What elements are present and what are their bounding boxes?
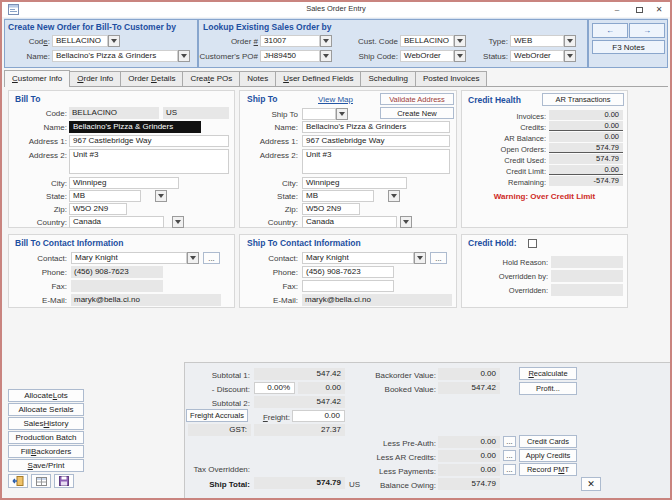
discount-pct-input[interactable]: 0.00% xyxy=(254,382,295,394)
ship-contact-more-button[interactable]: ... xyxy=(430,252,447,264)
f3-notes-button[interactable]: F3 Notes xyxy=(592,40,665,54)
apply-credits-button[interactable]: Apply Credits xyxy=(519,449,577,462)
credit-limit-value: 0.00 xyxy=(549,165,623,175)
type-input[interactable]: WEB xyxy=(510,35,564,47)
ar-credits-more-button[interactable]: ... xyxy=(503,450,516,461)
ship-state-dropdown-icon[interactable] xyxy=(388,190,400,202)
ship-addr2-input[interactable]: Unit #3 xyxy=(302,149,450,174)
ship-to-select-input[interactable] xyxy=(302,108,336,120)
customer-po-input[interactable]: JH89450 xyxy=(260,50,320,62)
ship-addr2-label: Address 2: xyxy=(242,150,298,161)
ship-name-input[interactable]: Bellacino's Pizza & Grinders xyxy=(302,121,450,133)
create-name-input[interactable]: Bellacino's Pizza & Grinders xyxy=(52,50,178,62)
order-number-dropdown-icon[interactable] xyxy=(320,35,332,47)
ship-city-input[interactable]: Winnipeg xyxy=(302,177,407,189)
next-record-button[interactable]: → xyxy=(629,23,665,38)
allocate-lots-button[interactable]: Allocate Lots xyxy=(8,389,84,402)
hold-reason-value xyxy=(551,256,623,268)
create-code-input[interactable]: BELLACINO xyxy=(52,35,108,47)
close-button[interactable]: ✕ xyxy=(650,3,668,16)
type-dropdown-icon[interactable] xyxy=(564,35,576,47)
validate-address-button[interactable]: Validate Address xyxy=(380,93,454,105)
bill-state-input[interactable]: MB xyxy=(69,190,141,202)
order-number-input[interactable]: 31007 xyxy=(260,35,320,47)
bill-name-input[interactable]: Bellacino's Pizza & Grinders xyxy=(69,121,201,133)
overridden-by-label: Overridden by: xyxy=(462,271,548,282)
ship-code-input[interactable]: WebOrder xyxy=(400,50,454,62)
record-pmt-button[interactable]: Record PMT xyxy=(519,463,577,476)
tab-create-pos[interactable]: Create POs xyxy=(182,71,240,86)
datasheet-button[interactable] xyxy=(31,474,51,488)
tab-customer-info[interactable]: Customer Info xyxy=(4,70,70,87)
bill-contact-input[interactable]: Mary Knight xyxy=(71,252,187,264)
status-input[interactable]: WebOrder xyxy=(510,50,564,62)
ship-addr1-input[interactable]: 967 Castlebridge Way xyxy=(302,135,450,147)
title-bar: Sales Order Entry – ✕ xyxy=(2,2,670,17)
overridden-by-value xyxy=(551,270,623,282)
ship-to-select-dropdown-icon[interactable] xyxy=(336,108,348,120)
bill-contact-dropdown-icon[interactable] xyxy=(187,252,199,264)
status-dropdown-icon[interactable] xyxy=(564,50,576,62)
freight-accruals-button[interactable]: Freight Accruals xyxy=(186,409,248,422)
cancel-order-button[interactable]: ✕ xyxy=(581,477,601,491)
bill-city-input[interactable]: Winnipeg xyxy=(69,177,179,189)
ship-country-dropdown-icon[interactable] xyxy=(400,216,412,228)
save-record-button[interactable] xyxy=(54,474,74,488)
credit-health-title: Credit Health xyxy=(468,95,521,105)
bill-zip-input[interactable]: W5O 2N9 xyxy=(69,203,127,215)
ar-balance-value: 0.00 xyxy=(549,132,623,142)
open-orders-value: 574.79 xyxy=(549,143,623,153)
bill-addr1-input[interactable]: 967 Castlebridge Way xyxy=(69,135,229,147)
tab-order-info[interactable]: Order Info xyxy=(69,71,121,86)
freight-input[interactable]: 0.00 xyxy=(292,410,345,422)
minimize-button[interactable]: – xyxy=(608,3,626,16)
maximize-button[interactable] xyxy=(630,3,648,16)
customer-po-dropdown-icon[interactable] xyxy=(320,50,332,62)
bill-country-input[interactable]: Canada xyxy=(69,216,164,228)
bill-contact-box: Bill To Contact Information Contact: Mar… xyxy=(8,234,235,308)
bill-country-dropdown-icon[interactable] xyxy=(172,216,184,228)
ship-code-dropdown-icon[interactable] xyxy=(454,50,466,62)
bill-contact-more-button[interactable]: ... xyxy=(203,252,220,264)
x-icon: ✕ xyxy=(587,479,595,489)
production-batch-button[interactable]: Production Batch xyxy=(8,431,84,444)
tab-scheduling[interactable]: Scheduling xyxy=(360,71,416,86)
view-map-link[interactable]: View Map xyxy=(318,95,353,104)
open-orders-label: Open Orders: xyxy=(462,144,546,155)
ship-phone-input[interactable]: (456) 908-7623 xyxy=(302,266,394,278)
create-new-button[interactable]: Create New xyxy=(380,107,454,119)
credit-hold-checkbox[interactable] xyxy=(528,239,537,248)
tab-user-defined-fields[interactable]: User Defined Fields xyxy=(275,71,361,86)
save-print-button[interactable]: Save/Print xyxy=(8,459,84,472)
ship-contact-input[interactable]: Mary Knight xyxy=(302,252,414,264)
credit-cards-button[interactable]: Credit Cards xyxy=(519,435,577,448)
tab-posted-invoices[interactable]: Posted Invoices xyxy=(415,71,487,86)
cust-code-input[interactable]: BELLACINO xyxy=(400,35,454,47)
ship-fax-input[interactable] xyxy=(302,280,394,292)
exit-button[interactable] xyxy=(8,474,28,488)
sales-history-button[interactable]: Sales History xyxy=(8,417,84,430)
cust-code-dropdown-icon[interactable] xyxy=(454,35,466,47)
recalculate-button[interactable]: Recalculate xyxy=(519,367,577,380)
prev-record-button[interactable]: ← xyxy=(592,23,628,38)
payments-more-button[interactable]: ... xyxy=(503,464,516,475)
ship-contact-dropdown-icon[interactable] xyxy=(414,252,426,264)
ship-country-input[interactable]: Canada xyxy=(302,216,397,228)
ship-zip-input[interactable]: W5O 2N9 xyxy=(302,203,360,215)
discount-label: - Discount: xyxy=(150,384,250,395)
bill-state-dropdown-icon[interactable] xyxy=(155,190,167,202)
bill-email-label: E-Mail: xyxy=(11,295,67,306)
profit-button[interactable]: Profit... xyxy=(519,382,577,395)
pre-auth-more-button[interactable]: ... xyxy=(503,436,516,447)
allocate-serials-button[interactable]: Allocate Serials xyxy=(8,403,84,416)
fill-backorders-button[interactable]: Fill Backorders xyxy=(8,445,84,458)
ship-country-label: Country: xyxy=(242,217,298,228)
ar-transactions-button[interactable]: AR Transactions xyxy=(542,93,624,106)
ship-state-input[interactable]: MB xyxy=(302,190,374,202)
bill-addr2-input[interactable]: Unit #3 xyxy=(69,149,229,174)
bill-code-value: BELLACINO xyxy=(69,107,159,119)
tab-order-details[interactable]: Order Details xyxy=(120,71,183,86)
tab-notes[interactable]: Notes xyxy=(239,71,276,86)
create-name-dropdown-icon[interactable] xyxy=(178,50,190,62)
create-code-dropdown-icon[interactable] xyxy=(108,35,120,47)
